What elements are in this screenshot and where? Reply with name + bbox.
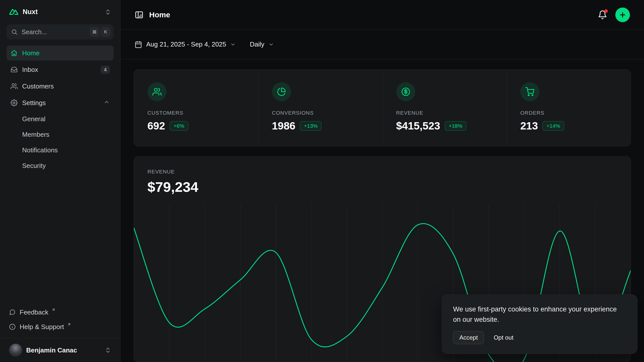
- stat-conversions: CONVERSIONS 1986 +13%: [258, 70, 382, 146]
- conversions-icon-circle: [272, 82, 291, 101]
- customers-icon-circle: [147, 82, 167, 101]
- revenue-chart-value: $79,234: [147, 179, 617, 195]
- cookie-actions: Accept Opt out: [453, 331, 626, 344]
- sidebar-item-customers[interactable]: Customers: [7, 79, 114, 94]
- stat-orders: ORDERS 213 +14%: [506, 70, 631, 146]
- inbox-icon: [11, 66, 18, 73]
- cookie-message: We use first-party cookies to enhance yo…: [453, 304, 626, 325]
- users-icon: [11, 83, 18, 90]
- search-placeholder: Search...: [22, 28, 47, 36]
- nuxt-logo-icon: [9, 9, 19, 16]
- gear-icon: [11, 99, 18, 106]
- external-link-icon: [67, 322, 71, 327]
- avatar: [9, 344, 22, 357]
- sidebar-item-settings[interactable]: Settings: [7, 95, 114, 110]
- stat-label: REVENUE: [396, 110, 493, 116]
- sidebar-item-security[interactable]: Security: [7, 159, 114, 173]
- notification-dot: [604, 9, 608, 13]
- sidebar-item-label: Inbox: [22, 66, 38, 74]
- panel-left-icon: [135, 10, 144, 19]
- kbd-k: K: [101, 27, 110, 36]
- stat-label: CUSTOMERS: [147, 110, 245, 116]
- search-icon: [11, 29, 18, 35]
- revenue-icon-circle: [396, 82, 415, 101]
- stat-label: CONVERSIONS: [272, 110, 369, 116]
- sidebar-item-home[interactable]: Home: [7, 46, 114, 61]
- calendar-icon: [135, 41, 142, 48]
- sidebar-item-notifications[interactable]: Notifications: [7, 143, 114, 157]
- orders-icon-circle: [520, 82, 539, 101]
- page-title: Home: [149, 11, 170, 19]
- sidebar-item-inbox[interactable]: Inbox 4: [7, 62, 114, 77]
- period-select[interactable]: Daily: [250, 40, 274, 48]
- help-support-link[interactable]: Help & Support: [7, 320, 114, 334]
- sidebar-item-label: Settings: [22, 99, 46, 107]
- pie-chart-icon: [277, 87, 286, 96]
- sidebar: Nuxt Search... ⌘ K Home: [0, 0, 120, 362]
- stats-panel: CUSTOMERS 692 +6% CONVERSIONS 1986 +13%: [134, 69, 631, 146]
- chat-bubble-icon: [9, 309, 16, 315]
- revenue-chart-label: REVENUE: [147, 169, 617, 175]
- inbox-count-badge: 4: [101, 66, 110, 74]
- notifications-button[interactable]: [598, 10, 607, 20]
- workspace-selector-chevrons-icon[interactable]: [105, 9, 111, 15]
- workspace-selector[interactable]: Nuxt: [7, 6, 114, 18]
- cookie-banner: We use first-party cookies to enhance yo…: [442, 294, 637, 354]
- main-header: Home: [120, 0, 644, 30]
- revenue-chart-header: REVENUE $79,234: [134, 157, 631, 204]
- chevron-down-icon: [230, 42, 236, 47]
- help-support-label: Help & Support: [20, 323, 64, 331]
- date-range-label: Aug 21, 2025 - Sep 4, 2025: [146, 40, 226, 48]
- search-input[interactable]: Search... ⌘ K: [7, 24, 114, 39]
- add-button[interactable]: [615, 8, 630, 22]
- chevron-down-icon: [268, 42, 274, 47]
- stat-value: 692: [147, 120, 165, 132]
- stat-delta-badge: +14%: [542, 121, 564, 131]
- home-icon: [11, 50, 18, 57]
- date-range-picker[interactable]: Aug 21, 2025 - Sep 4, 2025: [135, 40, 236, 48]
- kbd-meta: ⌘: [90, 27, 99, 36]
- plus-icon: [619, 11, 626, 19]
- sidebar-user-section: Benjamin Canac: [0, 338, 120, 362]
- user-menu-chevrons-icon[interactable]: [105, 347, 111, 353]
- header-actions: [598, 8, 630, 22]
- shopping-cart-icon: [525, 87, 534, 96]
- stat-revenue: REVENUE $415,523 +18%: [382, 70, 507, 146]
- stat-label: ORDERS: [520, 110, 617, 116]
- stat-delta-badge: +13%: [300, 121, 321, 131]
- user-name: Benjamin Canac: [26, 346, 77, 354]
- sidebar-toggle-button[interactable]: [135, 10, 144, 19]
- info-circle-icon: [9, 324, 16, 330]
- dollar-circle-icon: [401, 87, 410, 96]
- chevron-up-icon: [104, 99, 110, 107]
- period-label: Daily: [250, 40, 264, 48]
- user-menu[interactable]: Benjamin Canac: [7, 342, 114, 358]
- filters-toolbar: Aug 21, 2025 - Sep 4, 2025 Daily: [120, 30, 644, 59]
- feedback-label: Feedback: [20, 308, 48, 316]
- sidebar-item-members[interactable]: Members: [7, 127, 114, 142]
- stat-value: 213: [520, 120, 538, 132]
- stat-value: $415,523: [396, 120, 440, 132]
- external-link-icon: [51, 308, 56, 312]
- stat-delta-badge: +6%: [170, 121, 188, 131]
- sidebar-top: Nuxt Search... ⌘ K Home: [0, 0, 120, 338]
- opt-out-button[interactable]: Opt out: [493, 331, 514, 344]
- stat-value: 1986: [272, 120, 295, 132]
- stat-delta-badge: +18%: [445, 121, 466, 131]
- feedback-link[interactable]: Feedback: [7, 305, 114, 319]
- sidebar-item-label: Home: [22, 49, 39, 57]
- search-shortcut: ⌘ K: [90, 27, 110, 36]
- sidebar-nav: Home Inbox 4 Customers Settings: [7, 46, 114, 173]
- accept-button[interactable]: Accept: [453, 331, 484, 344]
- users-icon: [152, 87, 162, 96]
- sidebar-footer: Feedback Help & Support: [7, 305, 114, 334]
- sidebar-item-label: Customers: [22, 82, 54, 90]
- sidebar-item-general[interactable]: General: [7, 112, 114, 126]
- stat-customers: CUSTOMERS 692 +6%: [134, 70, 258, 146]
- brand-name: Nuxt: [23, 8, 38, 16]
